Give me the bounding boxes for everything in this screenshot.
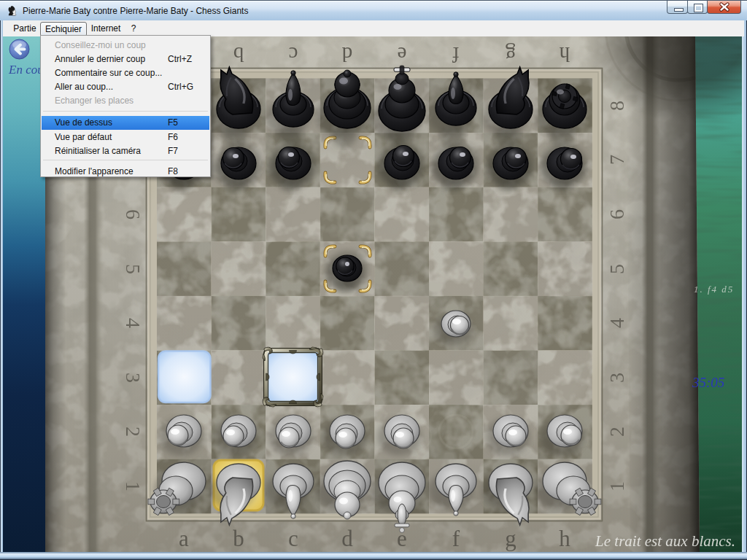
svg-text:35:05: 35:05	[692, 375, 724, 390]
svg-text:a: a	[179, 526, 189, 551]
svg-text:4: 4	[122, 318, 144, 328]
svg-text:b: b	[233, 526, 244, 551]
svg-text:6: 6	[605, 209, 628, 219]
svg-text:5: 5	[122, 264, 144, 274]
svg-text:2: 2	[122, 427, 144, 437]
svg-text:6: 6	[122, 209, 144, 219]
svg-text:h: h	[559, 43, 570, 66]
svg-text:8: 8	[605, 101, 628, 111]
svg-text:c: c	[288, 526, 298, 551]
svg-text:1: 1	[605, 481, 628, 491]
svg-text:7: 7	[605, 155, 628, 165]
svg-text:h: h	[559, 526, 570, 551]
svg-text:5: 5	[605, 264, 628, 274]
svg-text:c: c	[289, 43, 298, 66]
svg-text:g: g	[505, 526, 516, 551]
svg-text:4: 4	[605, 318, 628, 328]
svg-text:3: 3	[605, 373, 628, 383]
svg-text:f: f	[452, 526, 460, 551]
svg-text:1. f4 d5: 1. f4 d5	[694, 284, 734, 295]
svg-text:2: 2	[605, 427, 628, 437]
svg-text:d: d	[341, 43, 352, 66]
svg-text:Le trait est aux blancs.: Le trait est aux blancs.	[595, 532, 735, 550]
svg-text:b: b	[233, 43, 244, 66]
svg-text:f: f	[452, 43, 460, 66]
svg-text:e: e	[398, 43, 407, 66]
svg-text:d: d	[341, 526, 353, 551]
svg-text:3: 3	[122, 373, 144, 383]
svg-text:1: 1	[122, 481, 144, 491]
svg-text:g: g	[506, 43, 516, 66]
